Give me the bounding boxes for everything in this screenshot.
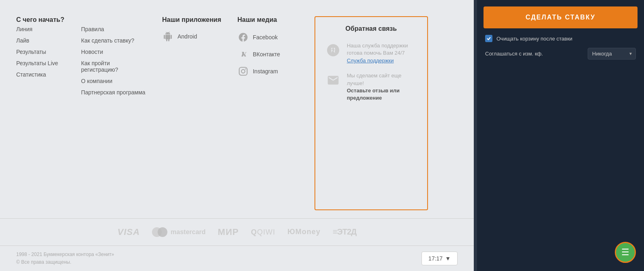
support-text-block: Наша служба поддержки готова помочь Вам …	[347, 42, 417, 64]
clear-basket-row: Очищать корзину после ставки	[484, 35, 638, 42]
social-vk[interactable]: ВКонтакте	[237, 49, 298, 60]
clear-basket-label: Очищать корзину после ставки	[496, 36, 572, 42]
link-news[interactable]: Новости	[81, 49, 146, 55]
feedback-section: Обратная связь 24 Наша служба поддержки …	[315, 16, 428, 210]
link-register[interactable]: Как пройти регистрацию?	[81, 60, 146, 73]
footer-col-right: Правила Как сделать ставку? Новости Как …	[81, 26, 146, 96]
link-about[interactable]: О компании	[81, 78, 146, 84]
link-partner[interactable]: Партнерская программа	[81, 89, 146, 96]
link-results-live[interactable]: Результаты Live	[16, 60, 65, 66]
mir-logo: МИР	[218, 227, 239, 237]
review-text-block: Мы сделаем сайт еще лучше! Оставьте отзы…	[347, 72, 417, 102]
feedback-support: 24 Наша служба поддержки готова помочь В…	[325, 42, 417, 64]
link-rules[interactable]: Правила	[81, 26, 146, 32]
vk-icon	[237, 49, 249, 60]
time-display: 17:17	[428, 255, 443, 262]
visa-logo: VISA	[118, 227, 140, 237]
time-button[interactable]: 17:17 ▼	[421, 252, 458, 265]
footer-col-apps-title: Наши приложения	[162, 16, 221, 23]
footer-col-start-title: С чего начать?	[16, 16, 146, 23]
review-text2[interactable]: Оставьте отзыв или предложение	[347, 87, 417, 102]
facebook-label: Facebook	[253, 34, 278, 41]
footer-col-left: Линия Лайв Результаты Результаты Live Ст…	[16, 26, 65, 96]
footer-col-start: С чего начать? Линия Лайв Результаты Рез…	[16, 16, 146, 210]
android-label: Android	[178, 33, 197, 40]
link-linia[interactable]: Линия	[16, 26, 65, 32]
chat-icon: ☰	[621, 247, 629, 258]
time-chevron-icon: ▼	[445, 255, 451, 262]
mastercard-logo: mastercard	[152, 227, 205, 237]
footer-col-media: Наши медиа Facebook ВКонтакте	[237, 16, 298, 210]
agree-kf-row: Соглашаться с изм. кф. Никогда Всегда То…	[484, 48, 638, 60]
ymoney-logo: ЮMoney	[287, 228, 321, 236]
qiwi-logo: QQIWI	[251, 227, 275, 237]
facebook-icon	[237, 32, 249, 43]
mail-icon	[325, 72, 341, 88]
clear-basket-checkbox[interactable]	[485, 35, 492, 42]
sidebar-content: СДЕЛАТЬ СТАВКУ Очищать корзину после ста…	[477, 0, 644, 271]
app-android[interactable]: Android	[162, 31, 221, 42]
link-stats[interactable]: Статистика	[16, 71, 65, 78]
footer-content: С чего начать? Линия Лайв Результаты Рез…	[0, 0, 474, 218]
copyright: 1998 - 2021 Букмекерская контора «Зенит»…	[16, 251, 114, 266]
support-description: Наша служба поддержки готова помочь Вам …	[347, 42, 417, 57]
right-sidebar: СДЕЛАТЬ СТАВКУ Очищать корзину после ста…	[474, 0, 644, 271]
social-facebook[interactable]: Facebook	[237, 32, 298, 43]
main-area: С чего начать? Линия Лайв Результаты Рез…	[0, 0, 474, 271]
chat-button[interactable]: ☰	[615, 242, 636, 263]
instagram-icon	[237, 66, 249, 77]
link-how-bet[interactable]: Как сделать ставку?	[81, 37, 146, 44]
payment-logos: VISA mastercard МИР QQIWI ЮMoney ≡ЭТ2Д	[0, 218, 474, 245]
agree-select[interactable]: Никогда Всегда Только выше	[588, 48, 636, 60]
vk-label: ВКонтакте	[253, 51, 280, 58]
support-link[interactable]: Служба поддержки	[347, 58, 394, 64]
footer-col-media-title: Наши медиа	[237, 16, 298, 23]
agree-kf-label: Соглашаться с изм. кф.	[485, 51, 543, 57]
review-text1: Мы сделаем сайт еще лучше!	[347, 72, 417, 87]
feedback-title: Обратная связь	[325, 25, 417, 32]
bet-button[interactable]: СДЕЛАТЬ СТАВКУ	[484, 6, 638, 28]
phone-icon: 24	[325, 42, 341, 58]
feedback-review: Мы сделаем сайт еще лучше! Оставьте отзы…	[325, 72, 417, 102]
link-results[interactable]: Результаты	[16, 49, 65, 55]
link-live[interactable]: Лайв	[16, 37, 65, 44]
svg-text:24: 24	[331, 47, 338, 54]
agree-select-wrapper: Никогда Всегда Только выше ▼	[588, 48, 636, 60]
social-instagram[interactable]: Instagram	[237, 66, 298, 77]
scrollbar[interactable]	[474, 0, 477, 271]
instagram-label: Instagram	[253, 68, 278, 75]
android-icon	[162, 31, 173, 42]
footer-col-apps: Наши приложения Android	[162, 16, 221, 210]
bottom-bar: 1998 - 2021 Букмекерская контора «Зенит»…	[0, 245, 474, 271]
bet20-logo: ≡ЭТ2Д	[333, 227, 357, 237]
footer-col-double: Линия Лайв Результаты Результаты Live Ст…	[16, 26, 146, 96]
